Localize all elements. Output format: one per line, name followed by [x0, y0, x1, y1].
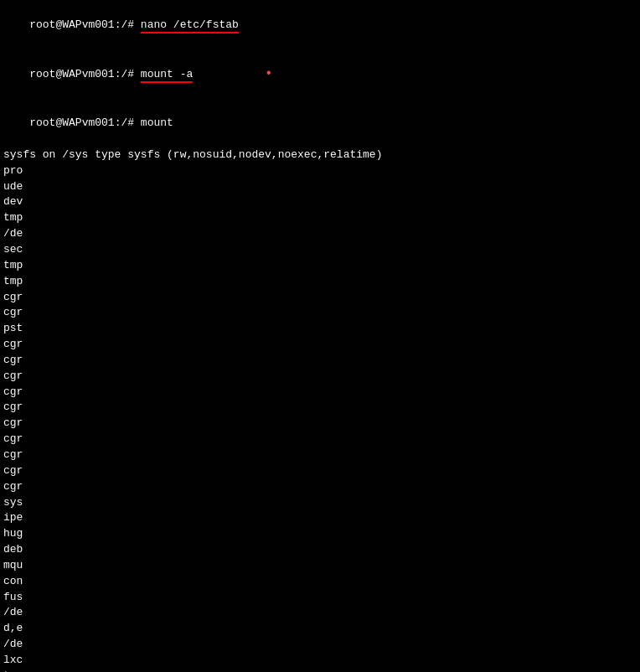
output-de1: /de: [3, 226, 637, 242]
output-tmp2: tmp: [3, 258, 637, 274]
spacer: [193, 68, 265, 80]
output-sec: sec: [3, 242, 637, 258]
output-sys: sys: [3, 495, 637, 511]
output-lxc: lxc: [3, 653, 637, 669]
output-cgr12: cgr: [3, 479, 637, 495]
output-cgr4: cgr: [3, 353, 637, 369]
output-cgr10: cgr: [3, 447, 637, 463]
output-cgr1: cgr: [3, 290, 637, 306]
terminal-window[interactable]: root@WAPvm001:/# nano /etc/fstab root@WA…: [0, 0, 640, 672]
output-cgr6: cgr: [3, 385, 637, 401]
output-ude: ude: [3, 179, 637, 195]
terminal-line-1: root@WAPvm001:/# nano /etc/fstab: [3, 2, 637, 49]
output-cgr8: cgr: [3, 416, 637, 432]
output-ipe: ipe: [3, 510, 637, 526]
terminal-line-3: root@WAPvm001:/# mount: [3, 100, 637, 147]
output-con: con: [3, 574, 637, 590]
prompt-text: root@WAPvm001:/#: [29, 68, 141, 80]
output-cgr9: cgr: [3, 432, 637, 447]
command-text: nano /etc/fstab: [141, 18, 239, 34]
output-tmp1: tmp: [3, 210, 637, 226]
terminal-line-2: root@WAPvm001:/# mount -a •: [3, 49, 637, 101]
output-tmp4: tmp: [3, 669, 637, 672]
output-deb: deb: [3, 542, 637, 558]
output-cgr5: cgr: [3, 369, 637, 385]
output-cgr11: cgr: [3, 463, 637, 479]
output-cgr2: cgr: [3, 305, 637, 321]
output-hug: hug: [3, 526, 637, 542]
prompt-text: root@WAPvm001:/#: [29, 18, 141, 31]
output-cgr7: cgr: [3, 400, 637, 416]
dot-indicator: •: [265, 66, 273, 81]
output-de3: d,e: [3, 621, 637, 637]
output-cgr3: cgr: [3, 337, 637, 353]
output-de4: /de: [3, 637, 637, 653]
command-text: mount -a: [141, 68, 193, 83]
output-de2: /de: [3, 605, 637, 621]
output-mqu: mqu: [3, 558, 637, 574]
output-pro: pro: [3, 163, 637, 179]
output-pst: pst: [3, 321, 637, 337]
output-fus: fus: [3, 590, 637, 606]
output-sysfs: sysfs on /sys type sysfs (rw,nosuid,node…: [3, 147, 637, 163]
output-dev: dev: [3, 194, 637, 210]
output-tmp3: tmp: [3, 274, 637, 290]
prompt-text: root@WAPvm001:/# mount: [29, 116, 173, 129]
